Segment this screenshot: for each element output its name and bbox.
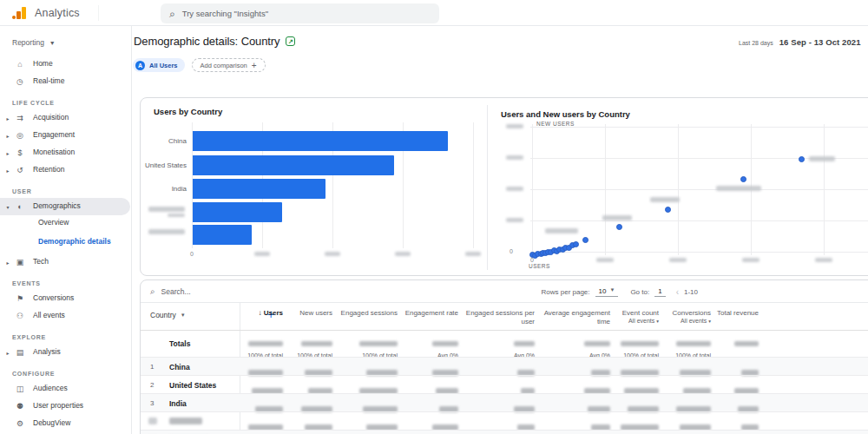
chevron-down-icon: ▼	[609, 287, 615, 295]
sidebar-item-acquisition[interactable]: ▸⇉Acquisition	[0, 109, 132, 127]
bar-axis-tick-redacted	[395, 252, 411, 256]
chevron-right-icon[interactable]: ▸	[4, 115, 11, 122]
totals-cell: Avg 0%	[382, 334, 458, 358]
bar-india[interactable]	[193, 179, 326, 199]
chevron-down-icon[interactable]: ▾	[4, 204, 11, 210]
bar-axis-tick-redacted	[325, 252, 340, 256]
bar-redacted[interactable]	[193, 202, 282, 222]
column-header-total-revenue[interactable]: Total revenue	[682, 309, 759, 318]
sidebar-item-label: DebugView	[33, 419, 127, 428]
analytics-logo-icon[interactable]	[12, 6, 28, 20]
sidebar-item-monetisation[interactable]: ▸$Monetisation	[0, 144, 132, 161]
country-name: India	[169, 399, 187, 408]
scatter-chart-title: Users and New users by Country	[501, 109, 630, 119]
data-quality-icon[interactable]: ↗	[286, 36, 295, 46]
column-subfilter[interactable]: All events ▾	[635, 318, 711, 326]
plus-icon: +	[252, 61, 257, 70]
chevron-down-icon: ▼	[181, 312, 186, 318]
sidebar-item-all-events[interactable]: ⚇All events	[0, 307, 132, 325]
page-title-text: Demographic details: Country	[134, 35, 279, 48]
sidebar-section-header: CONFIGURE	[0, 361, 132, 380]
topbar-divider	[98, 5, 99, 21]
totals-cell	[682, 334, 759, 350]
bar-china[interactable]	[193, 131, 448, 151]
goto-page-value: 1	[658, 287, 661, 295]
clock-icon: ◷	[15, 77, 25, 86]
chevron-right-icon[interactable]: ▸	[4, 133, 11, 139]
bar-category-label-redacted	[148, 207, 185, 212]
sidebar-item-label: User properties	[33, 402, 127, 411]
all-users-chip[interactable]: A All Users	[133, 58, 185, 72]
date-range-picker[interactable]: Last 28 days 16 Sep - 13 Oct 2021	[739, 37, 861, 47]
data-table-card: ⌕ Search... Rows per page: 10 ▼ Go to: 1…	[140, 279, 868, 434]
previous-page-icon[interactable]: ‹	[676, 287, 679, 297]
acquisition-icon: ⇉	[15, 114, 25, 122]
sidebar-item-home[interactable]: ⌂Home	[0, 56, 132, 73]
scatter-point[interactable]	[573, 241, 579, 247]
chevron-right-icon[interactable]: ▸	[4, 168, 11, 174]
scatter-point[interactable]	[665, 207, 671, 213]
sidebar-item-conversions[interactable]: ⚑Conversions	[0, 290, 132, 307]
sidebar-item-demographic-details[interactable]: Demographic details	[0, 231, 132, 253]
scatter-point-label-redacted	[650, 197, 680, 202]
demographics-icon: ◐	[15, 202, 25, 211]
scatter-point[interactable]	[616, 224, 622, 230]
bar-united-states[interactable]	[193, 155, 394, 175]
goto-page-input[interactable]: 1	[654, 287, 665, 297]
scatter-point-label-redacted	[602, 215, 632, 220]
top-app-bar: Analytics ⌕ Try searching "Insights"	[0, 0, 868, 26]
add-comparison-chip[interactable]: Add comparison +	[192, 58, 266, 72]
column-header-engagement-rate[interactable]: Engagement rate	[382, 309, 458, 318]
chevron-right-icon[interactable]: ▸	[4, 260, 11, 266]
audiences-icon: ◫	[15, 385, 25, 393]
analysis-icon: ▤	[15, 348, 25, 357]
sidebar-item-overview[interactable]: Overview	[0, 215, 132, 231]
scatter-x-tick-redacted	[742, 258, 760, 262]
row-number: 3	[150, 399, 154, 407]
chevron-right-icon[interactable]: ▸	[4, 150, 11, 156]
sidebar-item-tech[interactable]: ▸▣Tech	[0, 253, 132, 271]
sidebar-item-debugview[interactable]: ⚙DebugView	[0, 415, 132, 432]
date-range-value: 16 Sep - 13 Oct 2021	[779, 37, 861, 47]
reporting-dropdown-label: Reporting	[12, 38, 44, 47]
reporting-dropdown[interactable]: Reporting ▼	[12, 38, 56, 47]
brand-name: Analytics	[35, 7, 80, 19]
scatter-y-tick-redacted	[506, 218, 523, 222]
sidebar-item-engagement[interactable]: ▸◎Engagement	[0, 127, 132, 144]
sidebar-item-real-time[interactable]: ◷Real-time	[0, 73, 132, 90]
sidebar-item-user-properties[interactable]: ⚉User properties	[0, 398, 132, 415]
bar-category-label-redacted	[148, 229, 185, 234]
column-header-engaged-sessions-per-user[interactable]: Engaged sessions per user	[458, 309, 535, 326]
sidebar-item-retention[interactable]: ▸↺Retention	[0, 161, 132, 179]
rows-per-page-select[interactable]: 10 ▼	[595, 287, 619, 297]
chevron-right-icon[interactable]: ▸	[4, 350, 11, 356]
table-search-input[interactable]: ⌕ Search...	[141, 280, 868, 303]
global-search-input[interactable]: ⌕ Try searching "Insights"	[161, 3, 439, 23]
scatter-point[interactable]	[799, 156, 805, 162]
sidebar-item-label: Home	[33, 60, 127, 69]
scatter-point-label-redacted	[716, 186, 761, 191]
scatter-x-zero-tick: 0	[519, 257, 545, 263]
sidebar-item-label: Overview	[38, 219, 127, 227]
sidebar-item-label: Acquisition	[33, 114, 127, 122]
scatter-x-tick-redacted	[669, 258, 687, 262]
sidebar-item-audiences[interactable]: ◫Audiences	[0, 380, 132, 398]
bar-category-label: India	[117, 185, 187, 193]
sidebar-item-label: Tech	[33, 258, 127, 266]
sidebar-item-analysis[interactable]: ▸▤Analysis	[0, 344, 132, 361]
country-column-header[interactable]: Country ▼	[150, 311, 186, 319]
bar-redacted[interactable]	[193, 225, 252, 245]
retention-icon: ↺	[15, 166, 25, 174]
table-row	[141, 411, 868, 430]
chevron-down-icon: ▼	[49, 40, 56, 46]
scatter-point[interactable]	[582, 237, 589, 243]
pagination-range: 1-10	[684, 288, 698, 296]
add-comparison-label: Add comparison	[201, 62, 247, 69]
scatter-x-tick-redacted	[596, 258, 614, 262]
bar-category-label: United States	[117, 161, 187, 169]
row-number-redacted	[148, 418, 157, 424]
sidebar-item-demographics[interactable]: ▾◐Demographics	[0, 198, 130, 215]
sidebar-section-header: LIFE CYCLE	[0, 90, 132, 109]
search-icon: ⌕	[150, 286, 155, 297]
scatter-point[interactable]	[740, 176, 746, 182]
